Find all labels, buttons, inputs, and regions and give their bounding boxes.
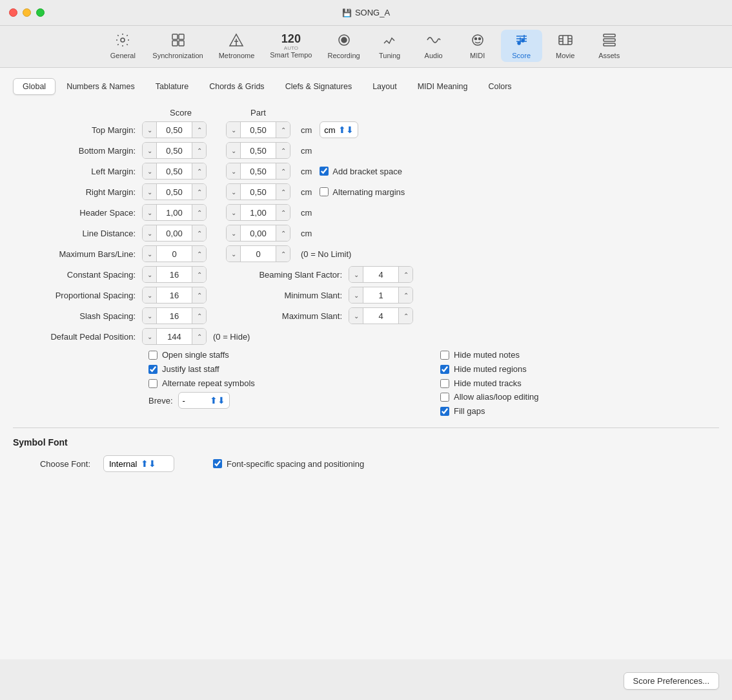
bottom-margin-score-stepper[interactable]: ⌄ 0,50 ⌃: [142, 142, 207, 159]
global-settings-form: Score Part Top Margin: ⌄ 0,50 ⌃ ⌄ 0,50 ⌃…: [13, 108, 719, 482]
score-icon: [514, 32, 529, 50]
svg-rect-4: [179, 41, 184, 46]
tab-global[interactable]: Global: [13, 78, 56, 95]
open-single-staffs-checkbox[interactable]: [148, 351, 158, 360]
symbol-font-title: Symbol Font: [13, 437, 719, 448]
unit-selector[interactable]: cm ⬆⬇: [320, 121, 358, 138]
hide-muted-tracks-item: Hide muted tracks: [440, 378, 719, 388]
font-specific-label: Font-specific spacing and positioning: [227, 459, 364, 469]
minimize-button[interactable]: [23, 8, 31, 17]
breve-label: Breve:: [148, 396, 173, 406]
constant-spacing-col: Constant Spacing: ⌄ 16 ⌃: [13, 266, 219, 283]
top-margin-part-down[interactable]: ⌄: [227, 122, 241, 138]
font-specific-checkbox[interactable]: [213, 459, 222, 468]
hide-muted-regions-checkbox[interactable]: [440, 365, 449, 374]
tabs: Global Numbers & Names Tablature Chords …: [13, 78, 719, 95]
justify-last-staff-checkbox[interactable]: [148, 365, 158, 374]
toolbar-item-metronome[interactable]: Metronome: [212, 30, 261, 62]
header-space-score-stepper[interactable]: ⌄ 1,00 ⌃: [142, 204, 207, 221]
maximum-slant-stepper[interactable]: ⌄ 4 ⌃: [349, 307, 413, 324]
hide-muted-notes-checkbox[interactable]: [440, 351, 449, 360]
tab-tablature[interactable]: Tablature: [146, 78, 198, 95]
left-margin-score-stepper[interactable]: ⌄ 0,50 ⌃: [142, 163, 207, 180]
unit-selector-arrow: ⬆⬇: [338, 125, 354, 135]
window-controls[interactable]: [9, 8, 45, 17]
line-distance-score-stepper[interactable]: ⌄ 0,00 ⌃: [142, 225, 207, 242]
pedal-stepper[interactable]: ⌄ 144 ⌃: [142, 328, 207, 345]
toolbar-item-tuning[interactable]: Tuning: [369, 30, 411, 62]
bottom-margin-part-down[interactable]: ⌄: [227, 143, 241, 158]
top-margin-part-stepper[interactable]: ⌄ 0,50 ⌃: [226, 121, 290, 138]
sync-icon: [170, 32, 186, 50]
tab-clefs-signatures[interactable]: Clefs & Signatures: [276, 78, 362, 95]
toolbar-item-recording[interactable]: Recording: [321, 30, 367, 62]
top-margin-part-up[interactable]: ⌃: [276, 122, 290, 138]
toolbar-item-midi[interactable]: MIDI: [457, 30, 498, 62]
toolbar-item-smart-tempo[interactable]: 120AUTO Smart Tempo: [263, 30, 318, 61]
svg-point-9: [341, 37, 347, 43]
tuning-label: Tuning: [379, 52, 400, 59]
top-margin-score-down[interactable]: ⌄: [143, 122, 157, 138]
titlebar: 💾 SONG_A: [0, 0, 732, 26]
left-margin-part-stepper[interactable]: ⌄ 0,50 ⌃: [226, 163, 290, 180]
close-button[interactable]: [9, 8, 17, 17]
allow-alias-checkbox[interactable]: [440, 393, 449, 402]
tab-numbers-names[interactable]: Numbers & Names: [57, 78, 145, 95]
top-margin-part-container: ⌄ 0,50 ⌃: [226, 121, 297, 138]
spacing-slant-row-1: Constant Spacing: ⌄ 16 ⌃ Beaming Slant F…: [13, 266, 719, 283]
font-select[interactable]: Internal ⬆⬇: [103, 455, 174, 472]
alternating-margins-checkbox[interactable]: [320, 187, 329, 196]
bottom-margin-part-stepper[interactable]: ⌄ 0,50 ⌃: [226, 142, 290, 159]
breve-select[interactable]: - ⬆⬇: [178, 392, 230, 409]
bottom-margin-score-down[interactable]: ⌄: [143, 143, 157, 158]
checkboxes-left: Open single staffs Justify last staff Al…: [148, 350, 427, 388]
tab-midi-meaning[interactable]: MIDI Meaning: [408, 78, 478, 95]
open-single-staffs-label: Open single staffs: [162, 350, 229, 360]
toolbar-item-synchronization[interactable]: Synchronization: [146, 30, 209, 62]
right-margin-part-stepper[interactable]: ⌄ 0,50 ⌃: [226, 183, 290, 200]
maximize-button[interactable]: [36, 8, 45, 17]
score-column-header: Score: [142, 108, 219, 118]
minimum-slant-stepper[interactable]: ⌄ 1 ⌃: [349, 287, 413, 304]
top-margin-score-stepper[interactable]: ⌄ 0,50 ⌃: [142, 121, 207, 138]
tab-colors[interactable]: Colors: [479, 78, 522, 95]
checkboxes-grid: Open single staffs Justify last staff Al…: [148, 350, 719, 388]
right-margin-score-stepper[interactable]: ⌄ 0,50 ⌃: [142, 183, 207, 200]
breve-extra-grid: Breve: - ⬆⬇ Allow alias/loop editing Fil…: [148, 392, 719, 416]
allow-alias-item: Allow alias/loop editing: [440, 392, 719, 402]
toolbar-item-movie[interactable]: Movie: [545, 30, 586, 62]
top-margin-score-val: 0,50: [157, 125, 192, 135]
toolbar-item-audio[interactable]: Audio: [413, 30, 454, 62]
open-single-staffs-item: Open single staffs: [148, 350, 427, 360]
toolbar-item-general[interactable]: General: [102, 30, 143, 62]
tuning-icon: [382, 32, 398, 50]
toolbar-item-score[interactable]: Score: [501, 30, 542, 62]
max-bars-part-stepper[interactable]: ⌄ 0 ⌃: [226, 245, 290, 262]
breve-arrow: ⬆⬇: [210, 395, 225, 406]
header-space-part-stepper[interactable]: ⌄ 1,00 ⌃: [226, 204, 290, 221]
hide-muted-tracks-checkbox[interactable]: [440, 379, 449, 388]
line-distance-part-stepper[interactable]: ⌄ 0,00 ⌃: [226, 225, 290, 242]
proportional-spacing-stepper[interactable]: ⌄ 16 ⌃: [142, 287, 207, 304]
metronome-icon: [229, 32, 244, 50]
beaming-slant-stepper[interactable]: ⌄ 4 ⌃: [349, 266, 413, 283]
bottom-margin-score-up[interactable]: ⌃: [192, 143, 206, 158]
toolbar-item-assets[interactable]: Assets: [589, 30, 630, 62]
score-preferences-button[interactable]: Score Preferences...: [624, 672, 720, 690]
midi-icon: [470, 32, 485, 50]
part-column-header: Part: [219, 108, 297, 118]
alternate-repeat-symbols-checkbox[interactable]: [148, 379, 158, 388]
constant-spacing-stepper[interactable]: ⌄ 16 ⌃: [142, 266, 207, 283]
hide-muted-regions-item: Hide muted regions: [440, 364, 719, 374]
slash-spacing-stepper[interactable]: ⌄ 16 ⌃: [142, 307, 207, 324]
bottom-margin-part-up[interactable]: ⌃: [276, 143, 290, 158]
tab-chords-grids[interactable]: Chords & Grids: [199, 78, 274, 95]
tab-layout[interactable]: Layout: [363, 78, 407, 95]
max-bars-score-stepper[interactable]: ⌄ 0 ⌃: [142, 245, 207, 262]
top-margin-score-up[interactable]: ⌃: [192, 122, 206, 138]
font-specific-row: Font-specific spacing and positioning: [213, 459, 364, 469]
fill-gaps-item: Fill gaps: [440, 406, 719, 416]
top-margin-suffix: cm cm ⬆⬇: [297, 121, 719, 138]
add-bracket-space-checkbox[interactable]: [320, 167, 329, 176]
fill-gaps-checkbox[interactable]: [440, 407, 449, 416]
